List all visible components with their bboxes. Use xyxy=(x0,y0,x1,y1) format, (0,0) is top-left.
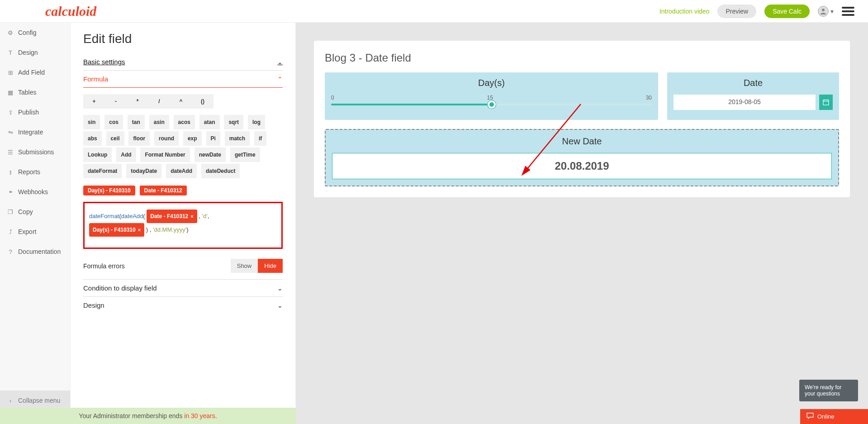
type-icon: T xyxy=(7,49,14,56)
token-comma: , xyxy=(208,213,209,219)
chart-icon: ⫿ xyxy=(7,169,14,176)
fn-lookup[interactable]: Lookup xyxy=(83,148,112,162)
fn-exp[interactable]: exp xyxy=(183,131,202,146)
plus-square-icon: ⊞ xyxy=(7,69,14,76)
intro-video-link[interactable]: Introduction video xyxy=(659,8,710,15)
integrate-icon: ⇋ xyxy=(7,129,14,136)
preview-area: Blog 3 - Date field Day(s) 0 15 30 xyxy=(296,23,868,424)
field-tag-days[interactable]: Day(s) - F410310 xyxy=(83,186,135,195)
fn-asin[interactable]: asin xyxy=(149,115,169,129)
token-string: 'dd.MM.yyyy' xyxy=(153,226,186,233)
save-calc-button[interactable]: Save Calc xyxy=(764,5,810,18)
sidebar-item-tables[interactable]: ▦Tables xyxy=(0,82,70,102)
sidebar-item-documentation[interactable]: ?Documentation xyxy=(0,242,70,262)
date-label: Date xyxy=(674,78,833,88)
token-field-days[interactable]: Day(s) - F410310× xyxy=(89,223,144,237)
token-field-date[interactable]: Date - F410312× xyxy=(147,210,197,223)
hamburger-menu[interactable] xyxy=(842,5,854,18)
sidebar-item-label: Config xyxy=(18,29,36,36)
slider-min: 0 xyxy=(331,95,334,101)
new-date-value: 20.08.2019 xyxy=(332,153,832,179)
op-minus[interactable]: - xyxy=(105,94,127,109)
user-menu[interactable]: ▾ xyxy=(818,6,834,17)
sidebar-item-submissions[interactable]: ☰Submissions xyxy=(0,142,70,162)
sidebar-item-publish[interactable]: ⇪Publish xyxy=(0,102,70,122)
hide-errors-button[interactable]: Hide xyxy=(258,259,283,273)
fn-round[interactable]: round xyxy=(154,131,179,146)
svg-point-0 xyxy=(822,9,825,11)
sidebar-item-copy[interactable]: ❐Copy xyxy=(0,202,70,222)
chevron-down-icon: ⌄ xyxy=(277,58,283,66)
formula-editor[interactable]: dateFormat(dateAdd( Date - F410312× , 'd… xyxy=(83,202,283,249)
fn-todaydate[interactable]: todayDate xyxy=(126,164,161,178)
accordion-formula[interactable]: Formula ⌃ xyxy=(83,71,283,88)
days-label: Day(s) xyxy=(331,78,652,88)
fn-dateformat[interactable]: dateFormat xyxy=(83,164,122,178)
fn-add[interactable]: Add xyxy=(116,148,136,162)
chat-tooltip: We're ready for your questions xyxy=(799,380,858,401)
chevron-left-icon: ‹ xyxy=(7,397,14,404)
fn-sin[interactable]: sin xyxy=(83,115,100,129)
fn-floor[interactable]: floor xyxy=(128,131,150,146)
membership-duration: in 30 years xyxy=(184,412,215,419)
fn-abs[interactable]: abs xyxy=(83,131,102,146)
sidebar-item-label: Webhooks xyxy=(18,188,48,195)
slider-mid: 15 xyxy=(487,95,493,101)
op-parens[interactable]: () xyxy=(192,94,213,109)
fn-atan[interactable]: atan xyxy=(199,115,220,129)
preview-button[interactable]: Preview xyxy=(717,5,756,18)
days-slider[interactable]: 0 15 30 xyxy=(331,95,652,105)
sidebar-item-add-field[interactable]: ⊞Add Field xyxy=(0,62,70,82)
sidebar-item-config[interactable]: ⚙Config xyxy=(0,23,70,43)
field-tag-date[interactable]: Date - F410312 xyxy=(140,186,187,195)
token-fn: dateFormat xyxy=(89,213,119,219)
export-icon: ⤴ xyxy=(7,229,14,235)
fn-match[interactable]: match xyxy=(225,131,250,146)
fn-newdate[interactable]: newDate xyxy=(194,148,226,162)
svg-rect-1 xyxy=(823,100,829,105)
token-comma: , xyxy=(150,226,152,233)
remove-icon[interactable]: × xyxy=(138,225,141,235)
edit-field-panel: Edit field Basic settings ⌄ Formula ⌃ +-… xyxy=(71,23,296,406)
calendar-icon[interactable] xyxy=(819,95,833,110)
sidebar-item-design[interactable]: TDesign xyxy=(0,43,70,62)
fn-log[interactable]: log xyxy=(248,115,265,129)
logo: calculoid xyxy=(45,4,96,19)
fn-dateadd[interactable]: dateAdd xyxy=(166,164,197,178)
show-errors-button[interactable]: Show xyxy=(231,259,258,273)
fn-acos[interactable]: acos xyxy=(174,115,195,129)
sidebar-item-label: Add Field xyxy=(18,69,45,76)
sidebar-item-export[interactable]: ⤴Export xyxy=(0,222,70,242)
app-header: calculoid Introduction video Preview Sav… xyxy=(0,0,868,23)
slider-track[interactable] xyxy=(331,104,652,105)
slider-thumb[interactable] xyxy=(488,100,496,109)
chat-status: Online xyxy=(817,413,835,420)
op-plus[interactable]: + xyxy=(83,94,105,109)
sidebar-item-reports[interactable]: ⫿Reports xyxy=(0,162,70,182)
op-divide[interactable]: / xyxy=(148,94,170,109)
accordion-design[interactable]: Design ⌄ xyxy=(83,297,283,314)
new-date-field[interactable]: New Date 20.08.2019 xyxy=(325,129,839,186)
accordion-basic-settings[interactable]: Basic settings ⌄ xyxy=(83,53,283,71)
op-multiply[interactable]: * xyxy=(127,94,148,109)
fn-tan[interactable]: tan xyxy=(128,115,145,129)
fn-pi[interactable]: Pi xyxy=(206,131,220,146)
chat-icon xyxy=(806,413,814,420)
fn-if[interactable]: if xyxy=(254,131,266,146)
fn-datededuct[interactable]: dateDeduct xyxy=(201,164,240,178)
accordion-condition[interactable]: Condition to display field ⌄ xyxy=(83,280,283,297)
fn-sqrt[interactable]: sqrt xyxy=(224,115,243,129)
op-power[interactable]: ^ xyxy=(170,94,192,109)
sidebar-item-integrate[interactable]: ⇋Integrate xyxy=(0,122,70,142)
chat-widget[interactable]: Online xyxy=(800,409,868,424)
function-panel: sin cos tan asin acos atan sqrt log abs … xyxy=(83,114,283,179)
fn-format-number[interactable]: Format Number xyxy=(140,148,190,162)
remove-icon[interactable]: × xyxy=(190,211,193,221)
accordion-label: Formula xyxy=(83,75,108,83)
fn-ceil[interactable]: ceil xyxy=(106,131,124,146)
fn-cos[interactable]: cos xyxy=(104,115,123,129)
sidebar-item-webhooks[interactable]: ⚭Webhooks xyxy=(0,182,70,202)
fn-gettime[interactable]: getTime xyxy=(230,148,260,162)
date-field: Date 2019-08-05 xyxy=(667,72,839,120)
date-input[interactable]: 2019-08-05 xyxy=(674,95,816,110)
